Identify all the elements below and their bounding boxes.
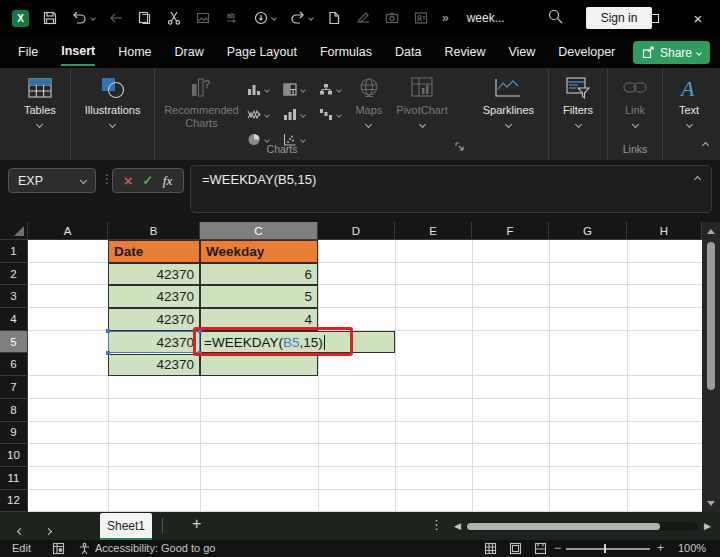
tab-review[interactable]: Review	[444, 39, 485, 65]
zoom-slider[interactable]	[566, 548, 650, 550]
cut-icon[interactable]	[166, 10, 182, 26]
accessibility-status[interactable]: Accessibility: Good to go	[95, 542, 215, 554]
expand-formula-bar-icon[interactable]	[694, 176, 701, 183]
toolbar-overflow-button[interactable]: »	[442, 11, 449, 25]
collapse-ribbon-icon[interactable]	[703, 134, 708, 152]
row-header-12[interactable]: 12	[0, 490, 28, 513]
cell-b1[interactable]: Date	[108, 240, 200, 263]
scroll-up-icon[interactable]	[702, 224, 720, 238]
illustrations-button[interactable]: Illustrations	[78, 75, 148, 128]
column-header-e[interactable]: E	[395, 222, 472, 240]
cell-b2[interactable]: 42370	[108, 263, 200, 286]
sheet-tab-sheet1[interactable]: Sheet1	[100, 513, 152, 540]
cell-b3[interactable]: 42370	[108, 285, 200, 308]
treemap-chart-button[interactable]	[276, 83, 312, 96]
tab-bar-menu-icon[interactable]: ⋮	[430, 517, 443, 532]
vertical-scrollbar[interactable]	[702, 222, 720, 512]
hscroll-left-icon[interactable]: ◀	[454, 521, 461, 531]
horizontal-scroll-thumb[interactable]	[467, 523, 660, 530]
charts-dialog-launcher-icon[interactable]	[454, 138, 465, 156]
cell-c3[interactable]: 5	[200, 285, 318, 308]
touch-mode-icon[interactable]	[253, 10, 276, 26]
tab-insert[interactable]: Insert	[61, 38, 95, 66]
tab-file[interactable]: File	[18, 39, 38, 65]
column-header-b[interactable]: B	[108, 222, 200, 240]
horizontal-scrollbar[interactable]	[466, 522, 698, 531]
row-header-7[interactable]: 7	[0, 376, 28, 399]
cell-c4[interactable]: 4	[200, 308, 318, 331]
enter-button[interactable]: ✓	[142, 174, 153, 187]
text-button[interactable]: A Text	[670, 75, 708, 128]
row-header-2[interactable]: 2	[0, 263, 28, 286]
select-all-corner[interactable]	[0, 222, 28, 240]
minimize-button[interactable]	[588, 0, 632, 36]
line-chart-button[interactable]	[240, 108, 276, 121]
filters-button[interactable]: Filters	[556, 75, 600, 128]
close-button[interactable]: ×	[676, 0, 720, 36]
cell-c1[interactable]: Weekday	[200, 240, 318, 263]
save-icon[interactable]	[42, 10, 58, 26]
cell-c5-editor[interactable]: =WEEKDAY(B5,15)	[200, 331, 395, 354]
row-header-5[interactable]: 5	[0, 331, 28, 354]
undo-icon[interactable]	[71, 10, 95, 26]
touch-mode-dropdown-icon[interactable]	[271, 15, 277, 21]
tab-page-layout[interactable]: Page Layout	[227, 39, 297, 65]
copy-icon[interactable]	[137, 10, 153, 26]
bar-chart-button[interactable]	[276, 108, 312, 121]
name-box[interactable]: EXP	[8, 168, 96, 193]
zoom-out-button[interactable]: −	[554, 541, 561, 555]
sheet-nav-left-icon[interactable]	[18, 520, 23, 538]
sparklines-button[interactable]: Sparklines	[476, 75, 541, 128]
column-header-c[interactable]: C	[200, 222, 318, 240]
cell-c6[interactable]	[200, 354, 318, 377]
sheet-grid[interactable]: Date Weekday 42370 6 42370 5 42370 4 423…	[28, 240, 702, 512]
tab-view[interactable]: View	[508, 39, 535, 65]
row-header-11[interactable]: 11	[0, 467, 28, 490]
scroll-down-icon[interactable]	[702, 496, 720, 510]
macro-record-icon[interactable]	[52, 542, 65, 557]
row-header-1[interactable]: 1	[0, 240, 28, 263]
tab-developer[interactable]: Developer	[558, 39, 615, 65]
row-header-9[interactable]: 9	[0, 422, 28, 445]
search-icon[interactable]	[547, 8, 564, 29]
row-header-6[interactable]: 6	[0, 353, 28, 376]
column-chart-button[interactable]	[240, 83, 276, 96]
new-file-icon[interactable]	[326, 10, 342, 26]
tab-formulas[interactable]: Formulas	[320, 39, 372, 65]
normal-view-icon[interactable]	[484, 542, 497, 557]
insert-function-button[interactable]: fx	[163, 173, 172, 189]
row-header-3[interactable]: 3	[0, 285, 28, 308]
cell-b6[interactable]: 42370	[108, 354, 200, 377]
redo-icon[interactable]	[289, 10, 313, 26]
column-header-a[interactable]: A	[28, 222, 108, 240]
sheet-nav-right-icon[interactable]	[46, 520, 51, 538]
page-layout-view-icon[interactable]	[509, 542, 522, 557]
row-header-10[interactable]: 10	[0, 444, 28, 467]
hscroll-right-icon[interactable]: ▶	[704, 521, 711, 531]
row-header-8[interactable]: 8	[0, 399, 28, 422]
hierarchy-chart-button[interactable]	[312, 83, 348, 96]
column-header-f[interactable]: F	[472, 222, 549, 240]
column-header-g[interactable]: G	[549, 222, 627, 240]
row-header-4[interactable]: 4	[0, 308, 28, 331]
zoom-slider-thumb[interactable]	[604, 544, 606, 553]
tab-data[interactable]: Data	[395, 39, 421, 65]
zoom-in-button[interactable]: +	[657, 541, 664, 555]
cell-b4[interactable]: 42370	[108, 308, 200, 331]
cell-b5[interactable]: 42370	[108, 331, 200, 354]
tab-home[interactable]: Home	[118, 39, 151, 65]
cancel-button[interactable]: ×	[124, 173, 133, 188]
column-header-h[interactable]: H	[627, 222, 702, 240]
vertical-scroll-thumb[interactable]	[707, 242, 715, 390]
column-header-d[interactable]: D	[318, 222, 395, 240]
redo-dropdown-icon[interactable]	[308, 15, 314, 21]
share-button[interactable]: Share	[633, 41, 710, 64]
waterfall-chart-button[interactable]	[312, 108, 348, 121]
formula-input[interactable]: =WEEKDAY(B5,15)	[190, 165, 712, 213]
undo-dropdown-icon[interactable]	[90, 15, 96, 21]
cell-c2[interactable]: 6	[200, 263, 318, 286]
maximize-button[interactable]	[632, 0, 676, 36]
page-break-view-icon[interactable]	[534, 542, 547, 557]
add-sheet-button[interactable]: +	[192, 515, 201, 533]
tables-button[interactable]: Tables	[17, 75, 63, 128]
